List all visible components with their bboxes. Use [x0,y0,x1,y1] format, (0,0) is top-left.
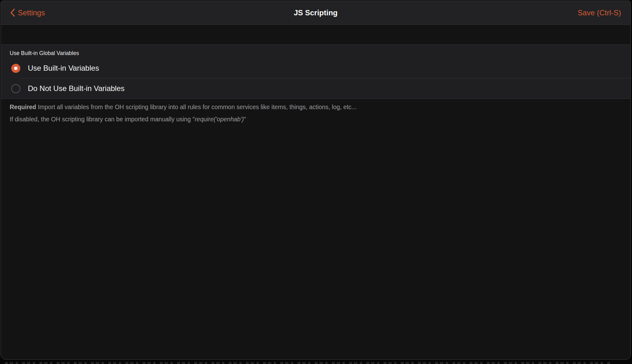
radio-option-do-not-use-builtin-variables[interactable]: Do Not Use Built-in Variables [1,78,630,99]
required-badge: Required [10,104,36,110]
radio-option-use-builtin-variables[interactable]: Use Built-in Variables [1,58,630,78]
code-snippet: require('openhab') [195,116,244,123]
radio-option-label: Use Built-in Variables [28,64,99,73]
back-button[interactable]: Settings [10,8,45,17]
group-label: Use Built-in Global Variables [1,45,630,58]
description-line-1: Required Import all variables from the O… [10,103,618,111]
chevron-left-icon [10,8,15,17]
radio-icon [11,84,20,93]
save-button[interactable]: Save (Ctrl-S) [578,8,621,17]
background-window-text-sliver [5,362,610,364]
navbar: Settings JS Scripting Save (Ctrl-S) [1,1,630,25]
description-line-2-prefix: If disabled, the OH scripting library ca… [10,116,195,123]
description: Required Import all variables from the O… [1,99,630,123]
options-list: Use Built-in Global Variables Use Built-… [1,44,630,99]
description-line-2: If disabled, the OH scripting library ca… [10,115,618,123]
toolbar-spacer [1,25,630,44]
radio-option-label: Do Not Use Built-in Variables [28,84,125,93]
description-line-1-text: Import all variables from the OH scripti… [36,104,357,110]
radio-icon [11,64,20,73]
back-button-label: Settings [18,8,45,17]
page-title: JS Scripting [1,1,630,24]
radio-dot [14,67,18,70]
settings-window: Settings JS Scripting Save (Ctrl-S) Use … [1,1,631,360]
description-line-2-suffix: " [244,116,246,123]
